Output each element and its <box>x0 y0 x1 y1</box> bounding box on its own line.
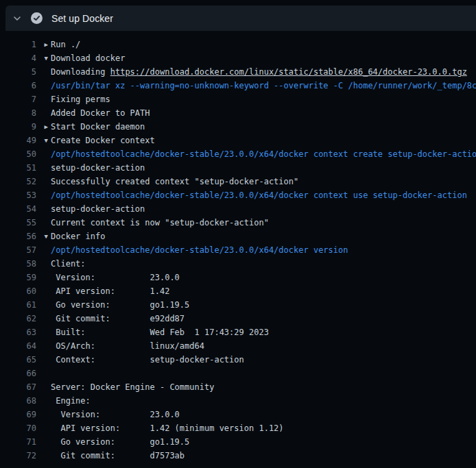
arrow-spacer <box>36 161 51 175</box>
line-number[interactable]: 60 <box>0 284 36 298</box>
line-number[interactable]: 49 <box>0 134 36 147</box>
log-group-line[interactable]: 56▼Docker info <box>0 230 476 243</box>
line-number[interactable]: 51 <box>0 161 36 175</box>
log-line: 70 API version: 1.42 (minimum version 1.… <box>0 421 476 435</box>
arrow-spacer <box>36 380 51 394</box>
log-text: setup-docker-action <box>51 161 476 175</box>
log-group-line[interactable]: 9▶Start Docker daemon <box>0 120 476 134</box>
log-command-text: /usr/bin/tar xz --warning=no-unknown-key… <box>51 79 476 93</box>
arrow-spacer <box>36 79 51 93</box>
line-number[interactable]: 58 <box>0 257 36 271</box>
line-number[interactable]: 64 <box>0 339 36 353</box>
line-number[interactable]: 7 <box>0 93 36 106</box>
line-number[interactable]: 68 <box>0 394 36 408</box>
log-line: 58Client: <box>0 257 476 271</box>
log-text: Successfully created context "setup-dock… <box>51 175 476 188</box>
line-number[interactable]: 67 <box>0 380 36 394</box>
log-text: Version: 23.0.0 <box>51 408 476 421</box>
log-line: 6/usr/bin/tar xz --warning=no-unknown-ke… <box>0 79 476 93</box>
log-group-line[interactable]: 1▶Run ./ <box>0 38 476 51</box>
arrow-spacer <box>36 367 51 380</box>
log-line: 67Server: Docker Engine - Community <box>0 380 476 394</box>
log-area[interactable]: 1▶Run ./4▼Download docker5Downloading ht… <box>0 31 476 468</box>
step-header[interactable]: Set up Docker <box>5 5 476 31</box>
log-line: 62 Git commit: e92dd87 <box>0 312 476 325</box>
arrow-spacer <box>36 216 51 230</box>
log-text-segment: Downloading <box>51 67 110 77</box>
log-line: 71 Go version: go1.19.5 <box>0 435 476 449</box>
arrow-spacer <box>36 106 51 120</box>
line-number[interactable]: 66 <box>0 367 36 380</box>
log-text: Go version: go1.19.5 <box>51 298 476 312</box>
arrow-spacer <box>36 394 51 408</box>
line-number[interactable]: 63 <box>0 325 36 339</box>
log-line: 7Fixing perms <box>0 93 476 106</box>
arrow-spacer <box>36 298 51 312</box>
arrow-spacer <box>36 175 51 188</box>
log-group-line[interactable]: 49▼Create Docker context <box>0 134 476 147</box>
arrow-spacer <box>36 93 51 106</box>
log-line: 53/opt/hostedtoolcache/docker-stable/23.… <box>0 188 476 202</box>
workflow-log-page: Set up Docker 1▶Run ./4▼Download docker5… <box>0 0 476 468</box>
arrow-spacer <box>36 188 51 202</box>
arrow-spacer <box>36 65 51 79</box>
log-line: 61 Go version: go1.19.5 <box>0 298 476 312</box>
line-number[interactable]: 62 <box>0 312 36 325</box>
chevron-down-icon[interactable] <box>12 14 22 23</box>
log-text: Downloading https://download.docker.com/… <box>51 65 476 79</box>
log-text: Download docker <box>51 51 476 65</box>
line-number[interactable]: 9 <box>0 120 36 134</box>
line-number[interactable]: 69 <box>0 408 36 421</box>
line-number[interactable]: 53 <box>0 188 36 202</box>
group-collapsed-icon[interactable]: ▶ <box>36 120 51 134</box>
line-number[interactable]: 70 <box>0 421 36 435</box>
log-line: 8Added Docker to PATH <box>0 106 476 120</box>
arrow-spacer <box>36 271 51 284</box>
line-number[interactable]: 59 <box>0 271 36 284</box>
step-title: Set up Docker <box>51 13 113 24</box>
arrow-spacer <box>36 243 51 257</box>
log-link[interactable]: https://download.docker.com/linux/static… <box>110 67 467 77</box>
log-line: 57/opt/hostedtoolcache/docker-stable/23.… <box>0 243 476 257</box>
check-circle-icon <box>31 12 43 24</box>
log-text: Added Docker to PATH <box>51 106 476 120</box>
log-line: 50/opt/hostedtoolcache/docker-stable/23.… <box>0 147 476 161</box>
log-text: Context: setup-docker-action <box>51 353 476 367</box>
arrow-spacer <box>36 449 51 463</box>
line-number[interactable]: 56 <box>0 230 36 243</box>
log-text: Docker info <box>51 230 476 243</box>
line-number[interactable]: 65 <box>0 353 36 367</box>
log-line: 68 Engine: <box>0 394 476 408</box>
log-line: 59 Version: 23.0.0 <box>0 271 476 284</box>
log-text: Fixing perms <box>51 93 476 106</box>
arrow-spacer <box>36 202 51 216</box>
log-command-text: /opt/hostedtoolcache/docker-stable/23.0.… <box>51 188 476 202</box>
line-number[interactable]: 5 <box>0 65 36 79</box>
line-number[interactable]: 1 <box>0 38 36 51</box>
log-line: 66 <box>0 367 476 380</box>
group-collapsed-icon[interactable]: ▶ <box>36 38 51 51</box>
group-expanded-icon[interactable]: ▼ <box>36 230 51 243</box>
log-lines: 1▶Run ./4▼Download docker5Downloading ht… <box>0 38 476 463</box>
log-text <box>51 367 476 380</box>
line-number[interactable]: 50 <box>0 147 36 161</box>
log-text: OS/Arch: linux/amd64 <box>51 339 476 353</box>
log-text: Current context is now "setup-docker-act… <box>51 216 476 230</box>
line-number[interactable]: 8 <box>0 106 36 120</box>
line-number[interactable]: 57 <box>0 243 36 257</box>
line-number[interactable]: 71 <box>0 435 36 449</box>
line-number[interactable]: 6 <box>0 79 36 93</box>
arrow-spacer <box>36 435 51 449</box>
line-number[interactable]: 72 <box>0 449 36 463</box>
group-expanded-icon[interactable]: ▼ <box>36 134 51 147</box>
arrow-spacer <box>36 408 51 421</box>
line-number[interactable]: 54 <box>0 202 36 216</box>
line-number[interactable]: 4 <box>0 51 36 65</box>
line-number[interactable]: 61 <box>0 298 36 312</box>
log-group-line[interactable]: 4▼Download docker <box>0 51 476 65</box>
group-expanded-icon[interactable]: ▼ <box>36 51 51 65</box>
log-text: API version: 1.42 <box>51 284 476 298</box>
log-text: API version: 1.42 (minimum version 1.12) <box>51 421 476 435</box>
line-number[interactable]: 52 <box>0 175 36 188</box>
line-number[interactable]: 55 <box>0 216 36 230</box>
